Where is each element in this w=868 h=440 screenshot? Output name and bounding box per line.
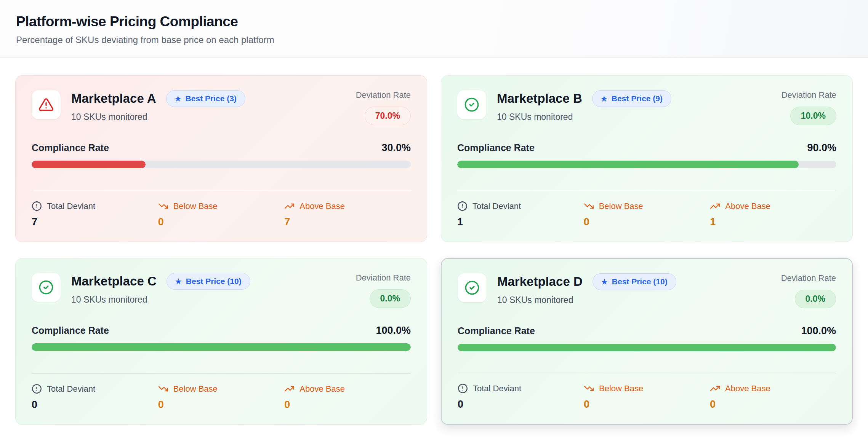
name-row: Marketplace A ★ Best Price (3) <box>71 90 245 107</box>
card-header-left: Marketplace B ★ Best Price (9) 10 SKUs m… <box>457 90 671 122</box>
total-deviant-label-row: Total Deviant <box>32 384 158 394</box>
trending-up-icon <box>284 201 295 211</box>
card-header: Marketplace D ★ Best Price (10) 10 SKUs … <box>458 273 836 308</box>
stat-total-deviant: Total Deviant 0 <box>458 383 584 410</box>
alert-triangle-icon <box>38 97 54 112</box>
total-deviant-label: Total Deviant <box>47 201 95 211</box>
total-deviant-label-row: Total Deviant <box>32 201 158 211</box>
below-base-value: 0 <box>158 216 285 228</box>
cards-grid: Marketplace A ★ Best Price (3) 10 SKUs m… <box>0 58 868 432</box>
below-base-label: Below Base <box>599 384 643 394</box>
marketplace-name: Marketplace B <box>497 91 582 106</box>
compliance-row: Compliance Rate 30.0% <box>32 142 411 154</box>
deviation-rate-label: Deviation Rate <box>356 90 411 100</box>
compliance-rate-label: Compliance Rate <box>32 325 109 336</box>
compliance-progress-track <box>457 161 836 168</box>
above-base-value: 7 <box>284 216 411 228</box>
below-base-value: 0 <box>584 216 710 228</box>
above-base-label-row: Above Base <box>710 201 836 211</box>
status-icon-box <box>32 273 61 302</box>
stat-total-deviant: Total Deviant 0 <box>32 384 158 411</box>
compliance-progress-track <box>32 343 411 351</box>
alert-circle-icon <box>32 384 42 394</box>
trending-up-icon <box>710 383 720 394</box>
below-base-value: 0 <box>584 399 710 410</box>
card-header-text: Marketplace D ★ Best Price (10) 10 SKUs … <box>497 273 676 305</box>
card-header: Marketplace B ★ Best Price (9) 10 SKUs m… <box>457 90 836 125</box>
compliance-progress-fill <box>32 161 146 168</box>
card-header-right: Deviation Rate 10.0% <box>782 90 836 125</box>
above-base-label: Above Base <box>725 201 770 211</box>
trending-down-icon <box>158 384 168 394</box>
name-row: Marketplace B ★ Best Price (9) <box>497 90 671 107</box>
status-icon-box <box>32 90 61 119</box>
best-price-badge: ★ Best Price (3) <box>166 90 245 107</box>
compliance-progress-track <box>32 161 411 168</box>
compliance-progress-fill <box>457 161 799 168</box>
compliance-rate-value: 100.0% <box>801 325 836 337</box>
total-deviant-value: 1 <box>457 216 584 228</box>
marketplace-card-a[interactable]: Marketplace A ★ Best Price (3) 10 SKUs m… <box>15 75 427 242</box>
deviation-rate-value: 0.0% <box>795 290 836 308</box>
marketplace-card-c[interactable]: Marketplace C ★ Best Price (10) 10 SKUs … <box>15 258 427 425</box>
deviation-rate-value: 0.0% <box>370 289 411 308</box>
deviation-rate-label: Deviation Rate <box>782 90 836 100</box>
best-price-badge-label: Best Price (10) <box>186 277 242 286</box>
best-price-badge-label: Best Price (9) <box>612 94 663 103</box>
below-base-label-row: Below Base <box>584 383 710 394</box>
compliance-row: Compliance Rate 90.0% <box>457 142 836 154</box>
compliance-progress-fill <box>32 343 411 351</box>
stats-row: Total Deviant 0 Below Base 0 A <box>458 373 836 410</box>
card-header-right: Deviation Rate 0.0% <box>781 273 836 308</box>
below-base-label-row: Below Base <box>158 201 285 211</box>
below-base-label: Below Base <box>173 384 218 394</box>
above-base-label-row: Above Base <box>710 383 836 394</box>
name-row: Marketplace D ★ Best Price (10) <box>497 273 676 290</box>
stats-row: Total Deviant 1 Below Base 0 A <box>457 191 836 228</box>
marketplace-card-d[interactable]: Marketplace D ★ Best Price (10) 10 SKUs … <box>441 258 853 425</box>
trending-up-icon <box>284 384 295 394</box>
star-icon: ★ <box>601 95 607 102</box>
compliance-rate-label: Compliance Rate <box>457 142 535 153</box>
card-header-left: Marketplace A ★ Best Price (3) 10 SKUs m… <box>32 90 245 122</box>
below-base-label-row: Below Base <box>158 384 285 394</box>
marketplace-card-b[interactable]: Marketplace B ★ Best Price (9) 10 SKUs m… <box>441 75 853 242</box>
best-price-badge-label: Best Price (10) <box>612 277 668 286</box>
trending-down-icon <box>584 383 594 394</box>
marketplace-name: Marketplace A <box>71 91 156 106</box>
check-circle-icon <box>464 280 480 295</box>
total-deviant-label: Total Deviant <box>47 384 95 394</box>
marketplace-name: Marketplace D <box>497 274 583 289</box>
card-header-text: Marketplace B ★ Best Price (9) 10 SKUs m… <box>497 90 671 122</box>
below-base-label: Below Base <box>599 201 643 211</box>
card-header: Marketplace C ★ Best Price (10) 10 SKUs … <box>32 273 411 308</box>
alert-circle-icon <box>458 383 468 394</box>
stat-above-base: Above Base 1 <box>710 201 836 228</box>
compliance-rate-value: 100.0% <box>376 325 411 336</box>
card-header-right: Deviation Rate 0.0% <box>356 273 411 308</box>
above-base-value: 1 <box>710 216 836 228</box>
total-deviant-value: 0 <box>32 399 158 411</box>
stat-below-base: Below Base 0 <box>584 383 710 410</box>
above-base-label: Above Base <box>725 384 770 394</box>
status-icon-box <box>458 273 487 302</box>
card-header: Marketplace A ★ Best Price (3) 10 SKUs m… <box>32 90 411 125</box>
alert-circle-icon <box>457 201 468 211</box>
stats-row: Total Deviant 7 Below Base 0 A <box>32 191 411 228</box>
skus-monitored: 10 SKUs monitored <box>71 295 250 305</box>
page-title: Platform-wise Pricing Compliance <box>16 14 852 30</box>
marketplace-name: Marketplace C <box>71 274 157 289</box>
stat-above-base: Above Base 0 <box>710 383 836 410</box>
stat-total-deviant: Total Deviant 7 <box>32 201 158 228</box>
compliance-row: Compliance Rate 100.0% <box>32 325 411 336</box>
page-header: Platform-wise Pricing Compliance Percent… <box>0 0 868 58</box>
star-icon: ★ <box>601 278 608 285</box>
card-header-text: Marketplace A ★ Best Price (3) 10 SKUs m… <box>71 90 245 122</box>
compliance-rate-label: Compliance Rate <box>32 142 109 153</box>
best-price-badge: ★ Best Price (10) <box>167 273 250 290</box>
skus-monitored: 10 SKUs monitored <box>71 112 245 122</box>
star-icon: ★ <box>175 95 181 102</box>
total-deviant-label-row: Total Deviant <box>458 383 584 394</box>
stat-total-deviant: Total Deviant 1 <box>457 201 584 228</box>
total-deviant-value: 0 <box>458 399 584 410</box>
